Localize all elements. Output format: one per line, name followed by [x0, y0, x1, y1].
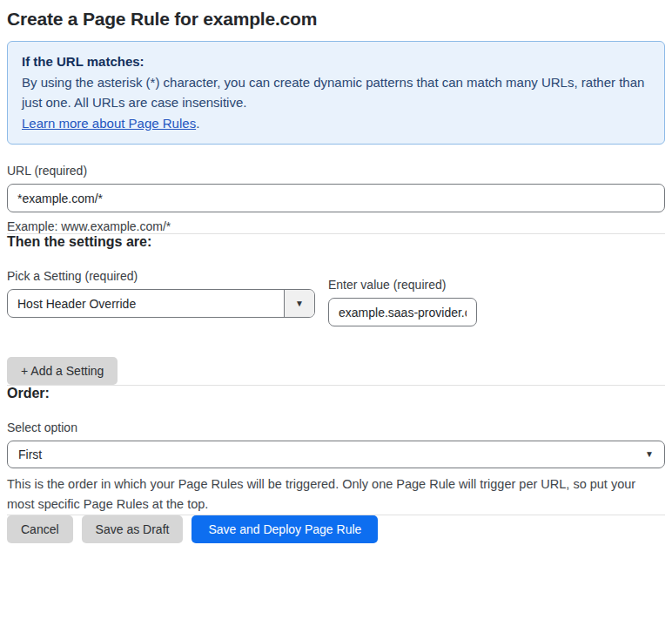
url-match-info-box: If the URL matches: By using the asteris… — [7, 41, 665, 145]
setting-select-label: Pick a Setting (required) — [7, 269, 315, 283]
page-rule-form: Create a Page Rule for example.com If th… — [0, 0, 672, 555]
setting-value-label: Enter value (required) — [328, 278, 477, 292]
setting-value-input[interactable] — [328, 298, 477, 326]
setting-select-value: Host Header Override — [8, 290, 284, 317]
order-section-heading: Order: — [7, 386, 665, 401]
save-as-draft-button[interactable]: Save as Draft — [82, 515, 184, 543]
setting-select-group: Pick a Setting (required) Host Header Ov… — [7, 269, 315, 318]
url-field-group: URL (required) Example: www.example.com/… — [7, 164, 665, 233]
order-select[interactable]: First ▼ — [7, 441, 665, 468]
setting-select-dropdown-button[interactable]: ▼ — [284, 290, 314, 317]
url-field-label: URL (required) — [7, 164, 665, 178]
info-box-body: By using the asterisk (*) character, you… — [22, 72, 650, 113]
order-description: This is the order in which your Page Rul… — [7, 474, 651, 515]
cancel-button[interactable]: Cancel — [7, 515, 73, 543]
footer-buttons: Cancel Save as Draft Save and Deploy Pag… — [7, 515, 665, 543]
page-title: Create a Page Rule for example.com — [7, 9, 665, 30]
order-select-group: Select option First ▼ This is the order … — [7, 421, 665, 515]
link-suffix: . — [196, 116, 199, 131]
setting-value-group: Enter value (required) — [328, 278, 477, 326]
url-input[interactable] — [7, 184, 665, 212]
order-select-label: Select option — [7, 421, 665, 434]
order-select-value: First — [18, 447, 42, 461]
save-and-deploy-button[interactable]: Save and Deploy Page Rule — [192, 515, 378, 543]
caret-down-icon: ▼ — [295, 299, 304, 308]
add-setting-button[interactable]: + Add a Setting — [7, 357, 118, 385]
url-helper-text: Example: www.example.com/* — [7, 219, 665, 233]
settings-row: Pick a Setting (required) Host Header Ov… — [7, 269, 665, 326]
setting-select[interactable]: Host Header Override ▼ — [7, 289, 315, 318]
add-setting-wrap: + Add a Setting — [7, 357, 665, 385]
info-box-heading: If the URL matches: — [22, 51, 650, 72]
learn-more-link[interactable]: Learn more about Page Rules — [22, 116, 196, 131]
settings-section-heading: Then the settings are: — [7, 234, 665, 250]
caret-down-icon: ▼ — [645, 450, 654, 459]
info-link-line: Learn more about Page Rules. — [22, 113, 650, 134]
